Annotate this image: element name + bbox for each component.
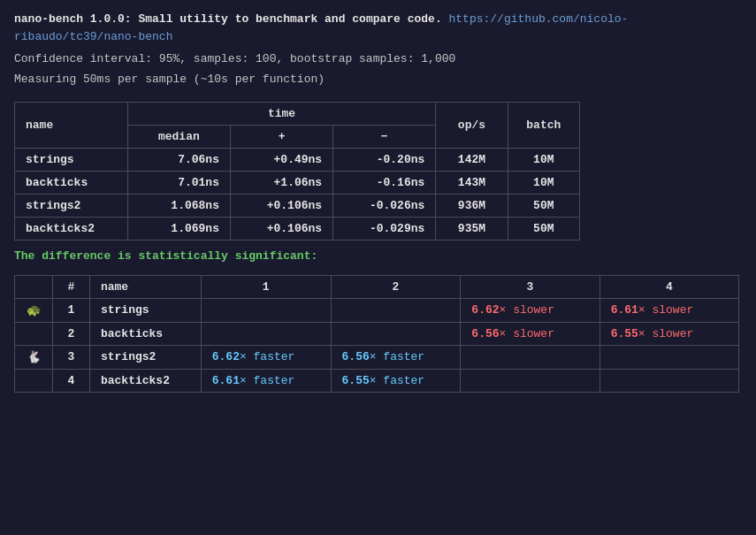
bench-row-batch: 50M [508, 194, 579, 217]
col-header-batch: batch [508, 102, 579, 148]
bench-row-minus: -0.20ns [333, 148, 436, 171]
compare-row-result: 6.62× slower [461, 298, 599, 322]
compare-table-row: 2 backticks 6.56× slower 6.55× slower [15, 322, 739, 345]
bench-row-name: strings2 [15, 194, 128, 217]
measuring-line: Measuring 50ms per sample (~10s per func… [14, 71, 742, 89]
bench-row-batch: 50M [508, 217, 579, 240]
compare-row-empty [599, 369, 738, 392]
compare-row-result: 6.56× slower [461, 322, 599, 345]
compare-row-result: 6.61× faster [201, 369, 331, 392]
compare-row-empty [201, 322, 331, 345]
bench-row-ops: 936M [436, 194, 508, 217]
compare-col-4: 4 [599, 275, 738, 298]
compare-table-row: 🐢 1 strings 6.62× slower 6.61× slower [15, 298, 739, 322]
compare-table-wrapper: # name 1 2 3 4 🐢 1 strings 6.62× slower … [14, 275, 742, 393]
compare-col-1: 1 [201, 275, 331, 298]
bench-row-ops: 143M [436, 171, 508, 194]
compare-row-name: backticks [89, 322, 201, 345]
app-name: nano-bench 1.0.0: [14, 12, 132, 26]
col-header-ops: op/s [436, 102, 508, 148]
bench-table-row: backticks 7.01ns +1.06ns -0.16ns 143M 10… [15, 171, 580, 194]
compare-row-icon [15, 369, 53, 392]
compare-row-empty [331, 298, 461, 322]
compare-table-row: 4 backticks2 6.61× faster 6.55× faster [15, 369, 739, 392]
compare-table: # name 1 2 3 4 🐢 1 strings 6.62× slower … [14, 275, 739, 393]
compare-row-result: 6.56× faster [331, 345, 461, 369]
compare-table-row: 🐇 3 strings2 6.62× faster 6.56× faster [15, 345, 739, 369]
compare-row-result: 6.61× slower [599, 298, 738, 322]
bench-row-batch: 10M [508, 171, 579, 194]
bench-row-median: 7.06ns [127, 148, 230, 171]
bench-row-median: 7.01ns [127, 171, 230, 194]
col-header-time: time [127, 102, 436, 125]
compare-table-body: 🐢 1 strings 6.62× slower 6.61× slower 2 … [15, 298, 739, 392]
col-header-median: median [127, 125, 230, 148]
compare-row-num: 2 [52, 322, 89, 345]
bench-row-minus: -0.029ns [333, 217, 436, 240]
bench-row-name: strings [15, 148, 128, 171]
compare-row-icon: 🐇 [15, 345, 53, 369]
compare-row-icon [15, 322, 53, 345]
compare-row-name: backticks2 [89, 369, 201, 392]
bench-row-median: 1.068ns [127, 194, 230, 217]
compare-row-num: 3 [52, 345, 89, 369]
compare-row-name: strings [89, 298, 201, 322]
compare-row-result: 6.55× slower [599, 322, 738, 345]
bench-row-name: backticks [15, 171, 128, 194]
benchmark-table: name time op/s batch median + − strings … [14, 102, 580, 241]
bench-row-ops: 935M [436, 217, 508, 240]
bench-row-batch: 10M [508, 148, 579, 171]
bench-row-ops: 142M [436, 148, 508, 171]
compare-row-num: 4 [52, 369, 89, 392]
confidence-line: Confidence interval: 95%, samples: 100, … [14, 50, 742, 69]
compare-row-num: 1 [52, 298, 89, 322]
bench-row-name: backticks2 [15, 217, 128, 240]
compare-header-row: # name 1 2 3 4 [15, 275, 739, 298]
bench-table-row: strings 7.06ns +0.49ns -0.20ns 142M 10M [15, 148, 580, 171]
bench-row-plus: +0.106ns [230, 194, 332, 217]
compare-row-empty [461, 345, 599, 369]
compare-row-name: strings2 [89, 345, 201, 369]
col-header-plus: + [230, 125, 332, 148]
compare-row-result: 6.55× faster [331, 369, 461, 392]
bench-table-row: strings2 1.068ns +0.106ns -0.026ns 936M … [15, 194, 580, 217]
compare-row-empty [201, 298, 331, 322]
col-header-minus: − [333, 125, 436, 148]
compare-row-empty [461, 369, 599, 392]
bench-row-plus: +0.49ns [230, 148, 332, 171]
app-subtitle: Small utility to benchmark and compare c… [138, 12, 441, 26]
bench-row-plus: +0.106ns [230, 217, 332, 240]
bench-row-minus: -0.026ns [333, 194, 436, 217]
benchmark-table-wrapper: name time op/s batch median + − strings … [14, 102, 742, 241]
compare-row-icon: 🐢 [15, 298, 53, 322]
compare-col-2: 2 [331, 275, 461, 298]
bench-table-row: backticks2 1.069ns +0.106ns -0.029ns 935… [15, 217, 580, 240]
stat-sig-text: The difference is statistically signific… [14, 249, 742, 263]
header-title: nano-bench 1.0.0: Small utility to bench… [14, 11, 742, 45]
bench-row-plus: +1.06ns [230, 171, 332, 194]
compare-row-empty [331, 322, 461, 345]
bench-row-minus: -0.16ns [333, 171, 436, 194]
compare-col-icon [15, 275, 53, 298]
compare-col-3: 3 [461, 275, 599, 298]
compare-col-num: # [52, 275, 89, 298]
bench-table-body: strings 7.06ns +0.49ns -0.20ns 142M 10M … [15, 148, 580, 240]
col-header-name: name [15, 102, 128, 148]
bench-header-row-1: name time op/s batch [15, 102, 580, 125]
bench-row-median: 1.069ns [127, 217, 230, 240]
compare-row-result: 6.62× faster [201, 345, 331, 369]
compare-row-empty [599, 345, 738, 369]
compare-col-name: name [89, 275, 201, 298]
